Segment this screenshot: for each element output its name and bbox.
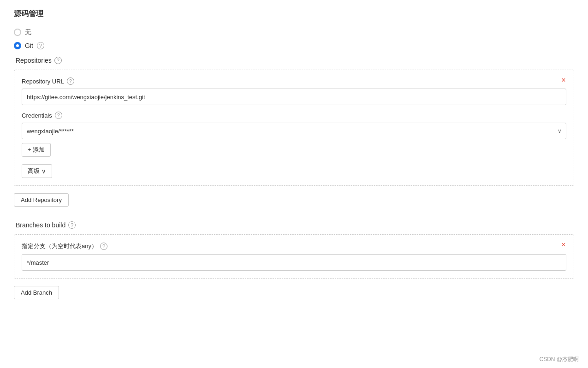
radio-none-circle [14,29,21,36]
page-title: 源码管理 [14,9,574,19]
branch-specifier-input[interactable] [22,254,566,271]
repositories-help-icon[interactable]: ? [54,57,62,64]
branch-specifier-label: 指定分支（为空时代表any） ? [22,242,566,250]
repository-url-help-icon[interactable]: ? [67,77,74,85]
repositories-label: Repositories ? [16,57,574,64]
add-credentials-button[interactable]: + 添加 [22,143,51,157]
branches-section: Branches to build ? × 指定分支（为空时代表any） ? A… [14,221,574,307]
radio-git-circle [14,42,21,49]
repository-url-label: Repository URL ? [22,77,566,85]
repositories-section: Repositories ? × Repository URL ? Creden… [14,57,574,214]
branch-close-button[interactable]: × [559,240,568,249]
credentials-help-icon[interactable]: ? [55,112,62,119]
advanced-button[interactable]: 高级 ∨ [22,164,52,178]
footer-credit: CSDN @杰肥啊 [539,356,579,363]
add-branch-button[interactable]: Add Branch [14,286,59,299]
branches-help-icon[interactable]: ? [68,221,76,229]
repository-url-input[interactable] [22,89,566,105]
repository-close-button[interactable]: × [559,76,568,85]
advanced-section: 高级 ∨ [22,157,566,178]
radio-git[interactable]: Git ? [14,42,574,49]
branch-box: × 指定分支（为空时代表any） ? [14,234,574,279]
credentials-section: Credentials ? wengxiaojie/****** ∨ + 添加 [22,112,566,157]
radio-none[interactable]: 无 [14,28,574,36]
radio-none-label: 无 [25,28,31,36]
branch-specifier-help-icon[interactable]: ? [100,243,107,250]
git-help-icon[interactable]: ? [37,42,44,49]
credentials-select-wrapper: wengxiaojie/****** ∨ [22,123,566,139]
credentials-label: Credentials ? [22,112,566,119]
credentials-select[interactable]: wengxiaojie/****** [22,123,566,139]
repository-box: × Repository URL ? Credentials ? wengxia… [14,70,574,186]
chevron-icon: ∨ [42,168,46,175]
branches-label: Branches to build ? [16,221,574,229]
add-repository-button[interactable]: Add Repository [14,193,69,207]
source-type-group: 无 Git ? [14,28,574,49]
radio-git-label: Git [25,42,33,49]
